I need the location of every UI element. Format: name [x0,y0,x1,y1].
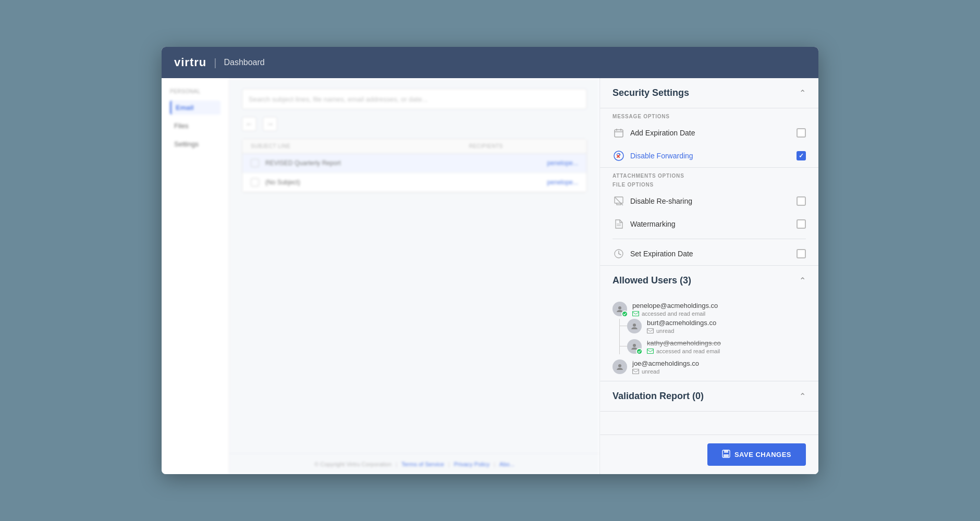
copyright: © Copyright Virtru Corporation [314,461,391,467]
prev-button[interactable]: ← [242,117,256,131]
cell-recipient: penelope... [474,159,578,167]
user-email-kathy: kathy@acmeholdings.co [647,339,721,347]
content-area: Search subject lines, file names, email … [229,78,599,474]
user-status-text-burt: unread [656,328,674,334]
user-info-kathy: kathy@acmeholdings.co accessed and read … [647,339,721,354]
table-header: SUBJECT LINE RECIPIENTS [242,139,586,154]
set-expiration-checkbox[interactable] [797,249,806,258]
allowed-users-header: Allowed Users (3) ⌃ [600,266,818,295]
doc-icon [612,218,625,230]
user-info-joe: joe@acmeholdings.co unread [632,359,699,375]
panel-footer: SAVE CHANGES [600,435,818,474]
save-icon [722,450,730,460]
option-disable-forwarding: Disable Forwarding [600,144,818,167]
browser-window: virtru | Dashboard Personal Email Files … [162,47,818,474]
save-changes-button[interactable]: SAVE CHANGES [707,443,806,466]
avatar-joe [612,359,627,374]
user-status-kathy: accessed and read email [647,348,721,354]
avatar-burt [627,319,642,333]
cell-subject: (No Subject) [265,179,474,186]
allowed-users-chevron[interactable]: ⌃ [799,276,806,286]
user-status-text-kathy: accessed and read email [656,348,720,354]
user-status-joe: unread [632,368,699,375]
user-status-penelope: accessed and read email [632,311,718,317]
col-recipients: RECIPIENTS [469,143,578,149]
status-badge-penelope [621,311,628,317]
message-options-label: MESSAGE OPTIONS [600,108,818,121]
watermarking-checkbox[interactable] [797,219,806,229]
user-entry-burt: burt@acmeholdings.co unread [627,319,806,334]
svg-point-20 [618,364,621,367]
disable-resharing-checkbox[interactable] [797,196,806,206]
option-disable-resharing: Disable Re-sharing [600,190,818,213]
user-entry-penelope: penelope@acmeholdings.co accessed and re… [612,302,806,317]
sidebar-item-files[interactable]: Files [170,119,220,133]
search-bar[interactable]: Search subject lines, file names, email … [242,89,587,109]
next-button[interactable]: → [263,117,277,131]
svg-rect-0 [615,130,623,137]
validation-report-section: Validation Report (0) ⌃ [600,381,818,412]
expiration-date-label: Add Expiration Date [630,129,695,137]
terms-link[interactable]: Terms of Service [401,461,444,467]
table-controls: ← → [242,117,587,131]
divider [612,239,806,239]
user-status-text-joe: unread [642,368,659,375]
user-email-penelope: penelope@acmeholdings.co [632,302,718,309]
svg-rect-24 [724,454,729,457]
message-options-section: MESSAGE OPTIONS Add Expiration Dat [600,108,818,168]
user-info-penelope: penelope@acmeholdings.co accessed and re… [632,302,718,317]
logo: virtru [174,56,206,69]
status-badge-kathy [636,348,643,355]
svg-line-13 [619,254,621,255]
disable-resharing-label: Disable Re-sharing [630,197,692,205]
security-panel: Security Settings ⌃ MESSAGE OPTIONS [599,78,818,474]
svg-point-14 [618,306,621,309]
table-row[interactable]: REVISED Quarterly Report penelope... [242,154,586,173]
disable-forwarding-checkbox[interactable] [797,151,806,160]
user-info-burt: burt@acmeholdings.co unread [647,319,716,334]
dashboard-panel: Personal Email Files Settings Search sub… [162,78,599,474]
app-header: virtru | Dashboard [162,47,818,78]
row-checkbox[interactable] [251,178,259,187]
user-entry-kathy: kathy@acmeholdings.co accessed and read … [627,339,806,354]
cell-recipient: penelope... [474,179,578,186]
table-row[interactable]: (No Subject) penelope... [242,173,586,192]
chevron-up-icon[interactable]: ⌃ [799,88,806,98]
validation-report-header: Validation Report (0) ⌃ [600,381,818,411]
about-link[interactable]: Abo... [499,461,514,467]
svg-rect-21 [633,369,639,374]
set-expiration-label: Set Expiration Date [630,250,693,258]
email-table: SUBJECT LINE RECIPIENTS REVISED Quarterl… [242,139,587,193]
sidebar-item-email[interactable]: Email [170,101,220,115]
allowed-users-title: Allowed Users (3) [612,275,691,286]
user-status-burt: unread [647,328,716,334]
sidebar: Personal Email Files Settings [162,78,229,474]
clock-icon [612,247,625,260]
option-set-expiration: Set Expiration Date [600,242,818,265]
file-options-label: FILE OPTIONS [600,181,818,190]
expiration-date-checkbox[interactable] [797,128,806,138]
sidebar-section-label: Personal [170,89,220,94]
disable-forwarding-label: Disable Forwarding [630,152,693,160]
svg-rect-17 [647,329,654,333]
logo-divider: | [214,57,216,69]
svg-line-8 [615,197,623,205]
sidebar-item-settings[interactable]: Settings [170,137,220,151]
row-checkbox[interactable] [251,159,259,167]
col-subject: SUBJECT LINE [251,143,469,149]
option-expiration-date: Add Expiration Date [600,121,818,144]
privacy-link[interactable]: Privacy Policy [454,461,489,467]
watermarking-label: Watermarking [630,220,676,228]
forward-block-icon [612,150,625,162]
footer: © Copyright Virtru Corporation | Terms o… [229,453,599,474]
attachments-options-label: ATTACHMENTS OPTIONS [600,168,818,181]
cell-subject: REVISED Quarterly Report [265,159,474,167]
validation-report-title: Validation Report (0) [612,391,704,402]
validation-report-chevron[interactable]: ⌃ [799,391,806,401]
svg-point-18 [633,344,636,347]
svg-rect-15 [633,312,639,316]
svg-point-16 [633,324,636,327]
user-entry-joe: joe@acmeholdings.co unread [612,359,806,375]
search-placeholder: Search subject lines, file names, email … [249,95,427,103]
save-button-label: SAVE CHANGES [734,451,791,458]
